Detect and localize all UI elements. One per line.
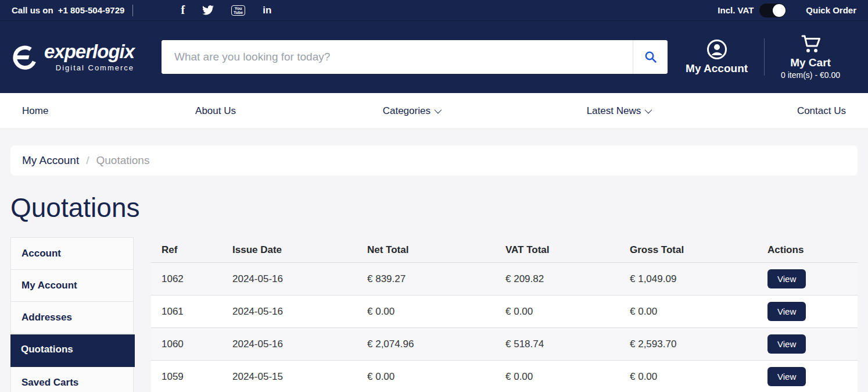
- vat-toggle[interactable]: [759, 3, 786, 17]
- phone-number[interactable]: +1 805-504-9729: [58, 5, 125, 15]
- top-bar: Call us on +1 805-504-9729 f YouTube in …: [0, 0, 868, 21]
- search-input[interactable]: [162, 40, 633, 74]
- linkedin-icon[interactable]: in: [263, 4, 271, 17]
- brand-subtitle: Digital Commerce: [44, 63, 134, 72]
- cell-issue-date: 2024-05-16: [232, 306, 367, 318]
- account-icon: [706, 39, 727, 60]
- col-net-total: Net Total: [367, 244, 505, 256]
- sidebar-item-quotations[interactable]: Quotations: [10, 334, 135, 367]
- vat-toggle-knob: [773, 4, 785, 17]
- call-us: Call us on +1 805-504-9729: [12, 5, 124, 15]
- cell-net-total: € 0.00: [367, 371, 505, 383]
- social-links: f YouTube in: [181, 4, 271, 17]
- cell-gross-total: € 2,593.70: [630, 338, 767, 350]
- quotations-table: Ref Issue Date Net Total VAT Total Gross…: [151, 237, 858, 392]
- twitter-icon[interactable]: [202, 4, 214, 17]
- quick-order-link[interactable]: Quick Order: [806, 5, 856, 15]
- nav-item-categories[interactable]: Categories: [383, 105, 440, 117]
- sidebar-item-saved-carts[interactable]: Saved Carts: [11, 367, 133, 392]
- youtube-icon[interactable]: YouTube: [231, 4, 245, 17]
- chevron-down-icon: [645, 106, 652, 114]
- cell-vat-total: € 0.00: [505, 306, 630, 318]
- col-vat-total: VAT Total: [505, 244, 630, 256]
- table-header-row: Ref Issue Date Net Total VAT Total Gross…: [151, 237, 858, 263]
- my-account-button[interactable]: My Account: [669, 39, 764, 75]
- cell-net-total: € 0.00: [367, 306, 505, 318]
- cell-ref: 1060: [162, 338, 232, 350]
- sidebar-item-my-account[interactable]: My Account: [11, 270, 133, 302]
- topbar-divider: [132, 5, 133, 16]
- nav-item-about-us[interactable]: About Us: [195, 105, 236, 117]
- main-nav: Home About Us Categories Latest News Con…: [0, 93, 868, 129]
- page-title: Quotations: [10, 192, 858, 223]
- col-issue-date: Issue Date: [232, 244, 367, 256]
- cell-vat-total: € 209.82: [505, 273, 630, 285]
- page-content: My Account / Quotations Quotations Accou…: [0, 145, 868, 392]
- brand-logo[interactable]: experlogix Digital Commerce: [12, 42, 162, 72]
- cell-net-total: € 2,074.96: [367, 338, 505, 350]
- breadcrumb-separator: /: [86, 154, 89, 167]
- cell-net-total: € 839.27: [367, 273, 505, 285]
- cell-vat-total: € 0.00: [505, 371, 630, 383]
- vat-control: Incl. VAT: [718, 3, 786, 17]
- table-row: 1060 2024-05-16 € 2,074.96 € 518.74 € 2,…: [151, 328, 858, 361]
- view-button[interactable]: View: [767, 269, 806, 288]
- cell-gross-total: € 0.00: [630, 306, 767, 318]
- breadcrumb: My Account / Quotations: [10, 145, 858, 176]
- cart-summary: 0 item(s) - €0.00: [781, 70, 840, 80]
- vat-label: Incl. VAT: [718, 5, 754, 15]
- facebook-icon[interactable]: f: [181, 4, 185, 17]
- cell-ref: 1061: [162, 306, 232, 318]
- my-cart-button[interactable]: My Cart 0 item(s) - €0.00: [765, 34, 856, 80]
- search-icon: [644, 50, 658, 64]
- col-ref: Ref: [162, 244, 232, 256]
- call-us-label: Call us on: [12, 5, 53, 15]
- brand-e-icon: [12, 44, 38, 71]
- cell-vat-total: € 518.74: [505, 338, 630, 350]
- sidebar-item-addresses[interactable]: Addresses: [11, 302, 133, 334]
- cell-issue-date: 2024-05-15: [232, 371, 367, 383]
- cell-gross-total: € 1,049.09: [630, 273, 767, 285]
- search-bar: [162, 40, 668, 74]
- my-account-label: My Account: [686, 62, 748, 75]
- cart-icon: [800, 34, 821, 54]
- table-row: 1061 2024-05-16 € 0.00 € 0.00 € 0.00 Vie…: [151, 295, 858, 328]
- nav-item-contact-us[interactable]: Contact Us: [797, 105, 846, 117]
- table-row: 1062 2024-05-16 € 839.27 € 209.82 € 1,04…: [151, 263, 858, 295]
- search-button[interactable]: [633, 40, 668, 74]
- cell-issue-date: 2024-05-16: [232, 338, 367, 350]
- chevron-down-icon: [434, 106, 442, 114]
- view-button[interactable]: View: [767, 334, 806, 354]
- brand-name: experlogix: [44, 42, 134, 62]
- header: experlogix Digital Commerce My Account: [0, 21, 868, 93]
- cell-issue-date: 2024-05-16: [232, 273, 367, 285]
- view-button[interactable]: View: [767, 302, 806, 321]
- account-sidebar: Account My Account Addresses Quotations …: [10, 237, 134, 392]
- col-gross-total: Gross Total: [630, 244, 767, 256]
- breadcrumb-my-account[interactable]: My Account: [22, 154, 79, 167]
- nav-item-home[interactable]: Home: [22, 105, 48, 117]
- view-button[interactable]: View: [767, 367, 806, 386]
- nav-item-latest-news[interactable]: Latest News: [587, 105, 651, 117]
- my-cart-label: My Cart: [790, 56, 831, 69]
- col-actions: Actions: [767, 244, 858, 256]
- breadcrumb-quotations: Quotations: [96, 154, 150, 167]
- cell-ref: 1059: [162, 371, 232, 383]
- table-row: 1059 2024-05-15 € 0.00 € 0.00 € 0.00 Vie…: [151, 361, 858, 392]
- sidebar-item-account[interactable]: Account: [11, 238, 133, 270]
- cell-gross-total: € 0.00: [630, 371, 767, 383]
- cell-ref: 1062: [162, 273, 232, 285]
